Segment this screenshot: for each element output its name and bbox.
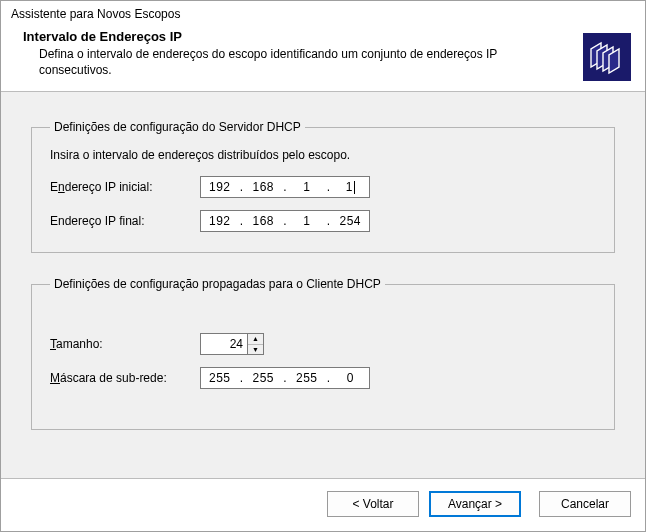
spin-up-button[interactable]: ▲ <box>248 334 263 344</box>
wizard-footer: < Voltar Avançar > Cancelar <box>1 479 645 531</box>
group-client-legend: Definições de configuração propagadas pa… <box>50 277 385 291</box>
wizard-icon <box>583 33 631 81</box>
group-server-legend: Definições de configuração do Servidor D… <box>50 120 305 134</box>
input-start-ip[interactable]: 192. 168. 1. 1 <box>200 176 370 198</box>
input-mask[interactable]: 255. 255. 255. 0 <box>200 367 370 389</box>
page-subtitle: Defina o intervalo de endereços do escop… <box>23 46 575 78</box>
input-length[interactable]: 24 ▲ ▼ <box>200 333 264 355</box>
wizard-window: Assistente para Novos Escopos Intervalo … <box>0 0 646 532</box>
cancel-button[interactable]: Cancelar <box>539 491 631 517</box>
label-mask: Máscara de sub-rede: <box>50 371 200 385</box>
row-length: Tamanho: 24 ▲ ▼ <box>50 333 596 355</box>
spin-down-button[interactable]: ▼ <box>248 344 263 355</box>
group-client-config: Definições de configuração propagadas pa… <box>31 277 615 430</box>
input-end-ip[interactable]: 192. 168. 1. 254 <box>200 210 370 232</box>
page-title: Intervalo de Endereços IP <box>23 29 575 44</box>
next-button[interactable]: Avançar > <box>429 491 521 517</box>
window-title: Assistente para Novos Escopos <box>1 1 645 25</box>
wizard-body: Definições de configuração do Servidor D… <box>1 91 645 479</box>
label-end-ip: Endereço IP final: <box>50 214 200 228</box>
wizard-header: Intervalo de Endereços IP Defina o inter… <box>1 25 645 91</box>
back-button[interactable]: < Voltar <box>327 491 419 517</box>
row-end-ip: Endereço IP final: 192. 168. 1. 254 <box>50 210 596 232</box>
label-start-ip: Endereço IP inicial: <box>50 180 200 194</box>
row-mask: Máscara de sub-rede: 255. 255. 255. 0 <box>50 367 596 389</box>
server-intro: Insira o intervalo de endereços distribu… <box>50 148 596 162</box>
group-server-config: Definições de configuração do Servidor D… <box>31 120 615 253</box>
text-cursor <box>354 181 355 194</box>
row-start-ip: Endereço IP inicial: 192. 168. 1. 1 <box>50 176 596 198</box>
label-length: Tamanho: <box>50 337 200 351</box>
